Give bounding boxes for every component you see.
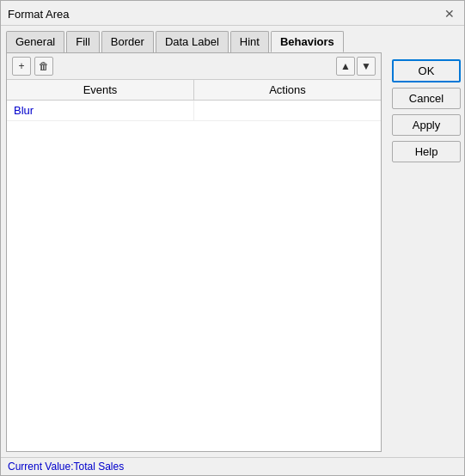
toolbar-right: ▲ ▼ — [336, 57, 376, 76]
status-bar: Current Value:Total Sales — [1, 457, 464, 475]
behaviors-toolbar: + 🗑 ▲ ▼ — [7, 53, 381, 80]
cancel-button[interactable]: Cancel — [392, 88, 461, 109]
action-cell — [194, 101, 381, 120]
help-button[interactable]: Help — [392, 141, 461, 162]
table-body: Blur — [7, 101, 381, 451]
tab-strip: General Fill Border Data Label Hint Beha… — [1, 26, 464, 52]
content-wrapper: + 🗑 ▲ ▼ E — [1, 52, 464, 475]
tab-hint[interactable]: Hint — [230, 31, 269, 52]
event-cell: Blur — [7, 101, 194, 120]
tab-behaviors[interactable]: Behaviors — [271, 31, 344, 52]
delete-button[interactable]: 🗑 — [34, 57, 53, 76]
table-header: Events Actions — [7, 80, 381, 101]
status-text: Current Value:Total Sales — [8, 461, 124, 473]
apply-button[interactable]: Apply — [392, 114, 461, 136]
tab-general[interactable]: General — [6, 31, 64, 52]
ok-button[interactable]: OK — [392, 59, 461, 82]
tab-data-label[interactable]: Data Label — [156, 31, 229, 52]
down-icon: ▼ — [361, 60, 371, 72]
table-row[interactable]: Blur — [7, 101, 381, 121]
move-up-button[interactable]: ▲ — [336, 57, 355, 76]
toolbar-left: + 🗑 — [12, 57, 53, 76]
panel-wrapper: + 🗑 ▲ ▼ E — [1, 52, 464, 457]
actions-column-header: Actions — [194, 80, 381, 100]
dialog-title: Format Area — [8, 8, 70, 21]
events-column-header: Events — [7, 80, 194, 100]
sidebar-buttons: OK Cancel Apply Help — [387, 52, 464, 457]
trash-icon: 🗑 — [39, 60, 49, 72]
title-bar: Format Area ✕ — [1, 1, 464, 26]
up-icon: ▲ — [340, 60, 351, 72]
tab-border[interactable]: Border — [101, 31, 154, 52]
behaviors-panel: + 🗑 ▲ ▼ E — [6, 52, 382, 452]
format-area-dialog: Format Area ✕ General Fill Border Data L… — [0, 0, 465, 476]
close-button[interactable]: ✕ — [442, 6, 457, 21]
add-button[interactable]: + — [12, 57, 31, 76]
tab-fill[interactable]: Fill — [66, 31, 100, 52]
move-down-button[interactable]: ▼ — [357, 57, 376, 76]
